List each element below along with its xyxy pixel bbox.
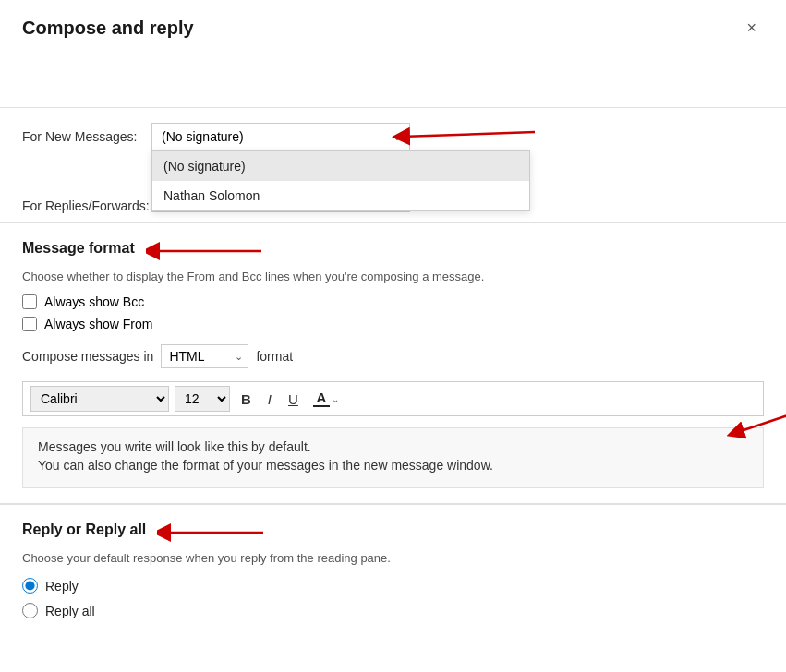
replies-label: For Replies/Forwards: (22, 198, 151, 213)
message-format-title: Message format (22, 240, 135, 257)
italic-button[interactable]: I (262, 390, 277, 409)
message-format-desc: Choose whether to display the From and B… (22, 270, 764, 283)
new-messages-label: For New Messages: (22, 129, 151, 144)
dropdown-arrow-icon: ⌄ (393, 130, 402, 143)
signature-dropdown-menu: (No signature) Nathan Solomon (151, 150, 530, 211)
svg-line-0 (401, 132, 535, 137)
reply-section-title: Reply or Reply all (22, 522, 146, 538)
dropdown-item-nathan-solomon[interactable]: Nathan Solomon (152, 181, 529, 210)
font-size-select[interactable]: 12 8 10 11 14 16 (175, 386, 230, 412)
font-color-button[interactable]: A ⌄ (309, 389, 343, 409)
format-select-wrapper: HTML Plain Text Rich Text ⌄ (161, 344, 248, 368)
bold-button[interactable]: B (236, 390, 257, 409)
new-messages-row: For New Messages: (No signature) ⌄ (No s… (22, 123, 764, 150)
format-select[interactable]: HTML Plain Text Rich Text (161, 344, 248, 368)
new-messages-dropdown-wrapper: (No signature) ⌄ (No signature) Nathan S… (151, 123, 410, 150)
compose-reply-dialog: Compose and reply × For New Messages: (N… (0, 0, 786, 672)
always-show-bcc-row: Always show Bcc (22, 294, 764, 309)
reply-option-row: Reply (22, 578, 764, 594)
format-suffix-label: format (256, 349, 293, 364)
arrow-annotation-2 (146, 238, 266, 264)
reply-all-option-row: Reply all (22, 603, 764, 618)
reply-section: Reply or Reply all Choose your default r… (0, 505, 786, 642)
dialog-title: Compose and reply (22, 18, 194, 39)
new-messages-select[interactable]: (No signature) ⌄ (151, 123, 410, 150)
compose-label: Compose messages in (22, 349, 153, 364)
preview-line2: You can also change the format of your m… (38, 458, 748, 473)
always-show-from-row: Always show From (22, 317, 764, 331)
reply-desc: Choose your default response when you re… (22, 551, 764, 565)
signature-section: For New Messages: (No signature) ⌄ (No s… (0, 108, 786, 213)
reply-radio[interactable] (22, 578, 38, 594)
close-button[interactable]: × (739, 15, 764, 42)
font-toolbar: Calibri 12 8 10 11 14 16 B I U A ⌄ (22, 381, 764, 416)
always-show-bcc-checkbox[interactable] (22, 294, 37, 309)
selected-value-label: (No signature) (162, 129, 244, 144)
top-partial-section (0, 53, 786, 108)
reply-all-radio-label: Reply all (45, 604, 95, 618)
reply-radio-label: Reply (45, 579, 79, 594)
compose-format-row: Compose messages in HTML Plain Text Rich… (22, 344, 764, 368)
font-name-select[interactable]: Calibri (30, 386, 169, 412)
dialog-header: Compose and reply × (0, 0, 786, 53)
font-color-icon: A (313, 390, 330, 407)
reply-all-radio[interactable] (22, 603, 38, 618)
always-show-bcc-label: Always show Bcc (44, 294, 144, 309)
preview-box: Messages you write will look like this b… (22, 427, 764, 488)
message-format-section: Message format Choose whether to display… (0, 223, 786, 504)
preview-line1: Messages you write will look like this b… (38, 439, 748, 454)
font-color-arrow-icon: ⌄ (332, 394, 339, 404)
dropdown-item-no-signature[interactable]: (No signature) (152, 151, 529, 181)
always-show-from-checkbox[interactable] (22, 317, 37, 331)
arrow-annotation-4 (157, 520, 268, 546)
underline-button[interactable]: U (283, 390, 304, 409)
always-show-from-label: Always show From (44, 317, 152, 331)
